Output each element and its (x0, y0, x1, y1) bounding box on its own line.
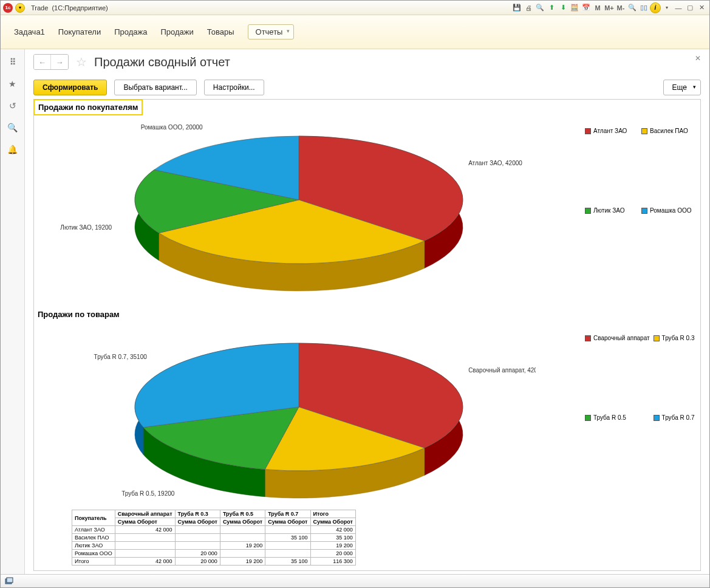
bell-icon[interactable]: 🔔 (7, 144, 18, 155)
svg-text:Ромашка ООО, 20000: Ромашка ООО, 20000 (141, 124, 203, 131)
select-variant-button[interactable]: Выбрать вариант... (114, 80, 196, 95)
legend-swatch-icon (641, 128, 647, 134)
legend-label: Труба R 0.3 (662, 335, 695, 341)
legend-label: Атлант ЗАО (593, 128, 627, 134)
favorite-icon[interactable]: ★ (7, 78, 18, 89)
legend-item: Василек ПАО (641, 128, 694, 134)
m-icon[interactable]: M (592, 2, 603, 13)
menubar: Задача1 Покупатели Продажа Продажи Товар… (1, 15, 709, 49)
legend-item: Лютик ЗАО (585, 207, 638, 214)
nav-group: ← → (33, 54, 69, 70)
svg-text:Атлант ЗАО, 42000: Атлант ЗАО, 42000 (468, 160, 522, 166)
calc-icon[interactable]: 🧮 (569, 2, 580, 13)
nav-back-button[interactable]: ← (34, 55, 51, 69)
table-row: Ромашка ООО20 00020 000 (72, 550, 356, 558)
legend-label: Труба R 0.7 (662, 414, 695, 421)
legend-item: Труба R 0.7 (654, 414, 695, 421)
sidebar: ⠿ ★ ↺ 🔍 🔔 (1, 49, 25, 574)
legend-item: Труба R 0.5 (585, 414, 650, 421)
menu-task1[interactable]: Задача1 (14, 27, 45, 36)
chart-customers: Атлант ЗАО, 42000Василек ПАО, 35100Лютик… (34, 115, 579, 306)
legend-item: Атлант ЗАО (585, 128, 638, 134)
chart-products: Сварочный аппарат, 42000Труба R 0.3, 200… (34, 323, 579, 507)
legend-label: Василек ПАО (650, 128, 688, 134)
zoom-in-icon[interactable]: 🔍 (627, 2, 638, 13)
report-area: Продажи по покупателям Атлант ЗАО, 42000… (33, 99, 701, 571)
legend-item: Ромашка ООО (641, 207, 694, 214)
th-col4: Труба R 0.7 (265, 510, 310, 518)
table-row: Василек ПАО35 10035 100 (72, 534, 356, 542)
summary-table: Покупатель Сварочный аппарат Труба R 0.3… (72, 510, 356, 566)
table-row: Атлант ЗАО42 00042 000 (72, 526, 356, 534)
page-title: Продажи сводный отчет (94, 55, 230, 69)
section-products-title: Продажи по товарам (34, 306, 700, 323)
settings-button[interactable]: Настройки... (204, 80, 264, 95)
app-menu-dropdown-icon[interactable]: ▾ (15, 3, 25, 13)
th-col3: Труба R 0.5 (220, 510, 265, 518)
status-icon (4, 576, 14, 586)
legend-swatch-icon (654, 415, 660, 421)
table-total-row: Итого42 00020 00019 20035 100116 300 (72, 558, 356, 566)
svg-text:Труба R 0.7, 35100: Труба R 0.7, 35100 (94, 354, 148, 360)
window-title: Trade (1С:Предприятие) (31, 4, 108, 12)
legend-swatch-icon (585, 415, 591, 421)
legend-label: Ромашка ООО (650, 207, 692, 214)
legend-swatch-icon (585, 208, 591, 214)
info-dropdown-icon[interactable]: ▾ (661, 2, 672, 13)
th-customer: Покупатель (72, 510, 115, 526)
statusbar (1, 574, 709, 587)
legend-swatch-icon (654, 335, 660, 341)
generate-button[interactable]: Сформировать (33, 80, 107, 95)
more-button[interactable]: Еще (663, 80, 701, 95)
svg-rect-9 (7, 578, 13, 583)
save-icon[interactable]: 💾 (511, 2, 522, 13)
legend-swatch-icon (641, 208, 647, 214)
maximize-icon[interactable]: ▢ (684, 2, 695, 13)
svg-text:Лютик ЗАО, 19200: Лютик ЗАО, 19200 (60, 224, 112, 231)
close-tab-icon[interactable]: ✕ (695, 54, 701, 63)
app-logo-icon: 1c (3, 3, 13, 13)
nav-forward-button[interactable]: → (51, 55, 68, 69)
content: ✕ ← → ☆ Продажи сводный отчет Сформирова… (25, 49, 709, 574)
m-minus-icon[interactable]: M- (615, 2, 626, 13)
legend-label: Труба R 0.5 (593, 414, 626, 421)
legend-item: Сварочный аппарат (585, 335, 650, 341)
preview-icon[interactable]: 🔍 (534, 2, 545, 13)
history-icon[interactable]: ↺ (7, 100, 18, 111)
th-col1: Сварочный аппарат (115, 510, 175, 518)
svg-text:Труба R 0.5, 19200: Труба R 0.5, 19200 (121, 490, 175, 497)
calendar-icon[interactable]: 📅 (581, 2, 592, 13)
th-total: Итого (310, 510, 355, 518)
m-plus-icon[interactable]: M+ (604, 2, 615, 13)
apps-grid-icon[interactable]: ⠿ (7, 56, 18, 67)
panes-icon[interactable]: ▯▯ (638, 2, 649, 13)
legend-label: Лютик ЗАО (593, 207, 624, 214)
menu-sale[interactable]: Продажа (114, 27, 147, 36)
minimize-icon[interactable]: — (673, 2, 684, 13)
legend-swatch-icon (585, 335, 591, 341)
svg-text:Сварочный аппарат, 42000: Сварочный аппарат, 42000 (468, 367, 536, 374)
doc-up-icon[interactable]: ⬆ (546, 2, 557, 13)
close-window-icon[interactable]: ✕ (696, 2, 707, 13)
legend-item: Труба R 0.3 (654, 335, 695, 341)
titlebar: 1c ▾ Trade (1С:Предприятие) 💾 🖨 🔍 ⬆ ⬇ 🧮 … (1, 1, 709, 15)
menu-customers[interactable]: Покупатели (58, 27, 101, 36)
th-col2: Труба R 0.3 (175, 510, 220, 518)
star-icon[interactable]: ☆ (76, 55, 87, 69)
print-icon[interactable]: 🖨 (523, 2, 534, 13)
legend-label: Сварочный аппарат (593, 335, 650, 341)
menu-reports-dropdown[interactable]: Отчеты (248, 24, 295, 39)
doc-down-icon[interactable]: ⬇ (558, 2, 568, 13)
menu-products[interactable]: Товары (207, 27, 234, 36)
table-row: Лютик ЗАО19 20019 200 (72, 542, 356, 550)
info-icon[interactable]: i (650, 2, 661, 13)
search-icon[interactable]: 🔍 (7, 122, 18, 133)
section-customers-title: Продажи по покупателям (33, 99, 143, 115)
menu-sales[interactable]: Продажи (160, 27, 193, 36)
legend-swatch-icon (585, 128, 591, 134)
